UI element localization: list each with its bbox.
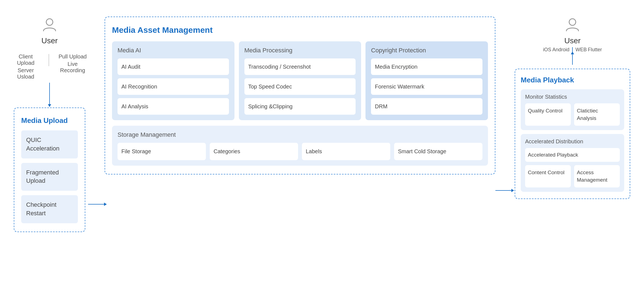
ai-analysis-item: AI Analysis bbox=[118, 98, 229, 115]
labels-item: Labels bbox=[302, 143, 390, 160]
splicing-item: Splicing &Clipping bbox=[244, 98, 356, 115]
media-ai-col: Media AI AI Audit AI Recognition AI Anal… bbox=[112, 41, 234, 120]
arrow-to-playback bbox=[493, 149, 515, 232]
right-user-icon bbox=[564, 17, 581, 34]
left-user-label: User bbox=[41, 36, 58, 45]
android-label: Android bbox=[552, 47, 569, 53]
upload-item-quic: QUIC Acceleration bbox=[21, 130, 78, 158]
main-layout: User Client Upload Server Usload Pull Up… bbox=[11, 11, 633, 232]
ai-recognition-item: AI Recognition bbox=[118, 78, 229, 95]
pull-upload-label: Pull Upload bbox=[57, 53, 88, 60]
arrow-down-left bbox=[49, 83, 50, 105]
flutter-label: Flutter bbox=[588, 47, 602, 53]
storage-management-title: Storage Management bbox=[118, 131, 482, 138]
ios-label: iOS bbox=[543, 47, 551, 53]
media-playback-title: Media Playback bbox=[521, 76, 624, 84]
top-speed-item: Top Speed Codec bbox=[244, 78, 356, 95]
right-user-block: User bbox=[564, 17, 581, 45]
copyright-title: Copyright Protection bbox=[371, 47, 482, 54]
mam-top-row: Media AI AI Audit AI Recognition AI Anal… bbox=[112, 41, 488, 120]
client-upload-label: Client Upload bbox=[11, 53, 40, 66]
storage-items-row: File Storage Categories Labels Smart Col… bbox=[118, 143, 482, 160]
arrow-right-2 bbox=[495, 190, 512, 191]
mam-outer-box: Media Asset Management Media AI AI Audit… bbox=[105, 17, 495, 174]
web-label: WEB bbox=[575, 47, 587, 53]
left-user-icon bbox=[41, 17, 58, 34]
diagram: User Client Upload Server Usload Pull Up… bbox=[11, 11, 633, 290]
smart-cold-storage-item: Smart Cold Storage bbox=[394, 143, 482, 160]
upload-divider bbox=[49, 54, 49, 66]
content-control-item: Content Control bbox=[525, 165, 571, 187]
media-ai-title: Media AI bbox=[118, 47, 229, 54]
arrow-right-1 bbox=[88, 204, 105, 205]
transcoding-item: Transcoding / Screenshot bbox=[244, 58, 356, 75]
media-upload-box: Media Upload QUIC Acceleration Fragmente… bbox=[14, 108, 85, 232]
forensic-watermark-item: Forensic Watermark bbox=[371, 78, 482, 95]
accelerated-distribution-title: Accelerated Distribution bbox=[525, 138, 620, 145]
left-section: User Client Upload Server Usload Pull Up… bbox=[11, 11, 88, 232]
arrow-to-mam bbox=[85, 176, 107, 232]
monitor-statistics-section: Monitor Statistics Quality Control Clati… bbox=[521, 89, 624, 130]
accelerated-playback-item: Accelerated Playback bbox=[525, 148, 620, 162]
upload-label-col1: Client Upload Server Usload bbox=[11, 53, 40, 80]
access-management-item: Access Management bbox=[574, 165, 620, 187]
storage-management-box: Storage Management File Storage Categori… bbox=[112, 126, 488, 166]
right-user-label: User bbox=[564, 36, 580, 45]
svg-point-1 bbox=[569, 19, 576, 25]
file-storage-item: File Storage bbox=[118, 143, 206, 160]
copyright-col: Copyright Protection Media Encryption Fo… bbox=[365, 41, 488, 120]
upload-labels: Client Upload Server Usload Pull Upload … bbox=[11, 53, 88, 80]
monitor-items-row: Quality Control Clatictiec Analysis bbox=[525, 103, 620, 126]
media-upload-title: Media Upload bbox=[21, 116, 78, 125]
media-processing-col: Media Processing Transcoding / Screensho… bbox=[239, 41, 361, 120]
ai-audit-item: AI Audit bbox=[118, 58, 229, 75]
right-section: User iOS Android WEB Flutter Media Playb… bbox=[512, 11, 633, 232]
media-processing-title: Media Processing bbox=[244, 47, 356, 54]
server-upload-label: Server Usload bbox=[11, 67, 40, 80]
right-user-row: User iOS Android WEB Flutter bbox=[512, 17, 633, 66]
drm-item: DRM bbox=[371, 98, 482, 115]
arrow-down-right bbox=[572, 54, 573, 65]
categories-item: Categories bbox=[210, 143, 298, 160]
left-user-block: User bbox=[41, 17, 58, 45]
media-encryption-item: Media Encryption bbox=[371, 58, 482, 75]
accelerated-distribution-section: Accelerated Distribution Accelerated Pla… bbox=[521, 134, 624, 192]
content-access-row: Content Control Access Management bbox=[525, 165, 620, 187]
upload-item-checkpoint: Checkpoint Restart bbox=[21, 195, 78, 223]
upload-item-fragmented: Fragmented Upload bbox=[21, 163, 78, 191]
quality-control-item: Quality Control bbox=[525, 103, 571, 126]
svg-point-0 bbox=[46, 19, 53, 25]
upload-label-col2: Pull Upload Live Recording bbox=[57, 53, 88, 80]
media-playback-box: Media Playback Monitor Statistics Qualit… bbox=[515, 69, 630, 199]
clatictiec-analysis-item: Clatictiec Analysis bbox=[574, 103, 620, 126]
live-recording-label: Live Recording bbox=[57, 61, 88, 74]
mam-title: Media Asset Management bbox=[112, 25, 488, 35]
middle-section: Media Asset Management Media AI AI Audit… bbox=[105, 11, 495, 232]
monitor-statistics-title: Monitor Statistics bbox=[525, 94, 620, 100]
